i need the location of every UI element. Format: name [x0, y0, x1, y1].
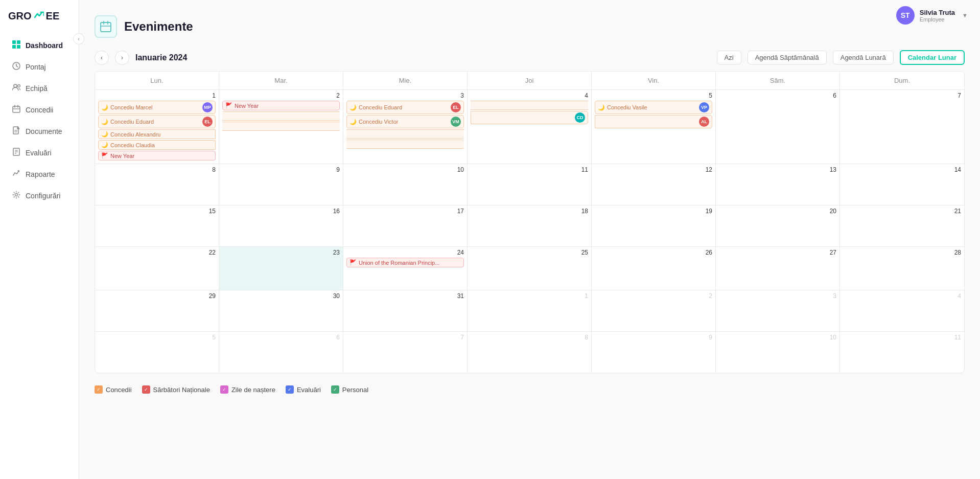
cal-cell-jan14[interactable]: 14	[840, 164, 964, 205]
event-concediu-victor[interactable]: 🌙 Concediu Victor VM	[346, 115, 464, 128]
cal-cell-jan24[interactable]: 24 🚩 Union of the Romanian Princip...	[343, 247, 468, 290]
event-union[interactable]: 🚩 Union of the Romanian Princip...	[346, 258, 464, 267]
event-concediu-marcel[interactable]: 🌙 Concediu Marcel MP	[98, 101, 216, 114]
event-concediu-vasile[interactable]: 🌙 Concediu Vasile VP	[595, 101, 712, 114]
topbar: ST Silvia Truta Employee ▼	[884, 0, 980, 31]
logo-icon	[34, 10, 44, 22]
legend-sarbatori[interactable]: ✓ Sărbători Naționale	[142, 385, 210, 394]
cal-cell-jan21[interactable]: 21	[840, 206, 964, 246]
cal-cell-jan15[interactable]: 15	[95, 206, 219, 246]
cal-cell-jan9[interactable]: 9	[219, 164, 343, 205]
avatar-vm: VM	[451, 117, 461, 127]
cal-cell-jan23[interactable]: 23	[219, 247, 343, 290]
cal-cell-feb11[interactable]: 11	[840, 332, 964, 373]
event-newyear-1[interactable]: 🚩 New Year	[98, 151, 216, 161]
legend-concedii[interactable]: ✓ Concedii	[95, 385, 132, 394]
span-event-alexandru-end[interactable]: AL	[595, 115, 712, 128]
sidebar-label-concedii: Concedii	[26, 106, 53, 114]
cal-cell-jan29[interactable]: 29	[95, 290, 219, 331]
col-mar: Mar.	[219, 72, 343, 89]
day-num-25: 25	[471, 249, 588, 256]
cal-cell-jan26[interactable]: 26	[592, 247, 716, 290]
cal-cell-jan1[interactable]: 1 🌙 Concediu Marcel MP 🌙 Concediu Eduard…	[95, 90, 219, 164]
cal-cell-jan3[interactable]: 3 🌙 Concediu Eduard EL 🌙 Concediu Victor…	[343, 90, 468, 164]
cal-cell-jan13[interactable]: 13	[716, 164, 840, 205]
sidebar-item-evaluari[interactable]: Evaluări	[4, 143, 75, 163]
cal-cell-jan19[interactable]: 19	[592, 206, 716, 246]
sidebar-item-configurari[interactable]: Configurări	[4, 186, 75, 206]
cal-cell-jan31[interactable]: 31	[343, 290, 468, 331]
span-event-claudia-end[interactable]: CD	[471, 111, 588, 124]
event-newyear-2[interactable]: 🚩 New Year	[222, 101, 340, 110]
day-num-feb11: 11	[843, 334, 961, 341]
view-monthly-btn[interactable]: Calendar Lunar	[900, 50, 965, 65]
legend-check-personal: ✓	[331, 385, 339, 394]
sidebar-item-echipa[interactable]: Echipă	[4, 78, 75, 99]
cal-cell-feb2[interactable]: 2	[592, 290, 716, 331]
legend-evaluari[interactable]: ✓ Evaluări	[286, 385, 321, 394]
flag-icon-3: 🚩	[349, 259, 357, 266]
cal-cell-feb4[interactable]: 4	[840, 290, 964, 331]
span-event-alexandru-start[interactable]: 🌙 Concediu Alexandru	[98, 129, 216, 139]
cal-cell-feb7[interactable]: 7	[343, 332, 468, 373]
cal-cell-jan30[interactable]: 30	[219, 290, 343, 331]
cal-cell-jan11[interactable]: 11	[468, 164, 592, 205]
sidebar-item-concedii[interactable]: Concedii	[4, 100, 75, 120]
day-num-feb6: 6	[222, 334, 340, 341]
col-dum: Dum.	[840, 72, 964, 89]
day-num-5: 5	[595, 92, 712, 99]
cal-cell-jan16[interactable]: 16	[219, 206, 343, 246]
sidebar-collapse-btn[interactable]: ‹	[73, 33, 84, 44]
cal-cell-jan10[interactable]: 10	[343, 164, 468, 205]
cal-cell-jan22[interactable]: 22	[95, 247, 219, 290]
cal-cell-jan17[interactable]: 17	[343, 206, 468, 246]
chevron-down-icon[interactable]: ▼	[962, 12, 968, 18]
avatar-al: AL	[699, 117, 709, 127]
cal-cell-feb8[interactable]: 8	[468, 332, 592, 373]
cal-cell-jan8[interactable]: 8	[95, 164, 219, 205]
span-event-alexandru-mid3	[346, 129, 464, 139]
moon-icon-2: 🌙	[101, 119, 108, 125]
cal-cell-feb5[interactable]: 5	[95, 332, 219, 373]
legend-label-evaluari: Evaluări	[297, 386, 321, 394]
cal-cell-jan28[interactable]: 28	[840, 247, 964, 290]
next-month-btn[interactable]: ›	[115, 51, 129, 65]
event-concediu-eduard-1[interactable]: 🌙 Concediu Eduard EL	[98, 115, 216, 128]
cal-cell-feb10[interactable]: 10	[716, 332, 840, 373]
cal-cell-jan20[interactable]: 20	[716, 206, 840, 246]
legend-personal[interactable]: ✓ Personal	[331, 385, 368, 394]
span-label-1: Concediu Alexandru	[110, 131, 160, 138]
cal-cell-feb3[interactable]: 3	[716, 290, 840, 331]
moon-icon-3: 🌙	[101, 131, 108, 138]
today-btn[interactable]: Azi	[717, 51, 741, 64]
day-num-27: 27	[719, 249, 836, 256]
cal-cell-jan2[interactable]: 2 🚩 New Year	[219, 90, 343, 164]
cal-cell-feb6[interactable]: 6	[219, 332, 343, 373]
config-icon	[12, 191, 20, 201]
week-row-1: 1 🌙 Concediu Marcel MP 🌙 Concediu Eduard…	[95, 90, 964, 164]
cal-cell-jan7[interactable]: 7	[840, 90, 964, 164]
cal-cell-jan5[interactable]: 5 🌙 Concediu Vasile VP AL	[592, 90, 716, 164]
cal-cell-jan25[interactable]: 25	[468, 247, 592, 290]
sidebar-item-dashboard[interactable]: Dashboard	[4, 35, 75, 56]
view-monthly-agenda-btn[interactable]: Agendă Lunară	[833, 51, 894, 64]
prev-month-btn[interactable]: ‹	[95, 51, 109, 65]
view-weekly-btn[interactable]: Agendă Săptămânală	[748, 51, 827, 64]
sidebar-item-documente[interactable]: Documente	[4, 121, 75, 142]
span-event-claudia-start[interactable]: 🌙 Concediu Claudia	[98, 140, 216, 150]
moon-icon-5: 🌙	[349, 104, 357, 111]
sidebar-item-rapoarte[interactable]: Rapoarte	[4, 164, 75, 185]
cal-cell-jan4[interactable]: 4 CD	[468, 90, 592, 164]
cal-cell-jan18[interactable]: 18	[468, 206, 592, 246]
cal-cell-feb1[interactable]: 1	[468, 290, 592, 331]
cal-cell-feb9[interactable]: 9	[592, 332, 716, 373]
legend-nastere[interactable]: ✓ Zile de naștere	[220, 385, 275, 394]
event-concediu-eduard-3[interactable]: 🌙 Concediu Eduard EL	[346, 101, 464, 114]
document-icon	[12, 126, 20, 136]
day-num-14: 14	[843, 166, 961, 173]
cal-cell-jan27[interactable]: 27	[716, 247, 840, 290]
page-icon	[95, 15, 117, 38]
sidebar-item-pontaj[interactable]: Pontaj	[4, 57, 75, 77]
cal-cell-jan12[interactable]: 12	[592, 164, 716, 205]
cal-cell-jan6[interactable]: 6	[716, 90, 840, 164]
